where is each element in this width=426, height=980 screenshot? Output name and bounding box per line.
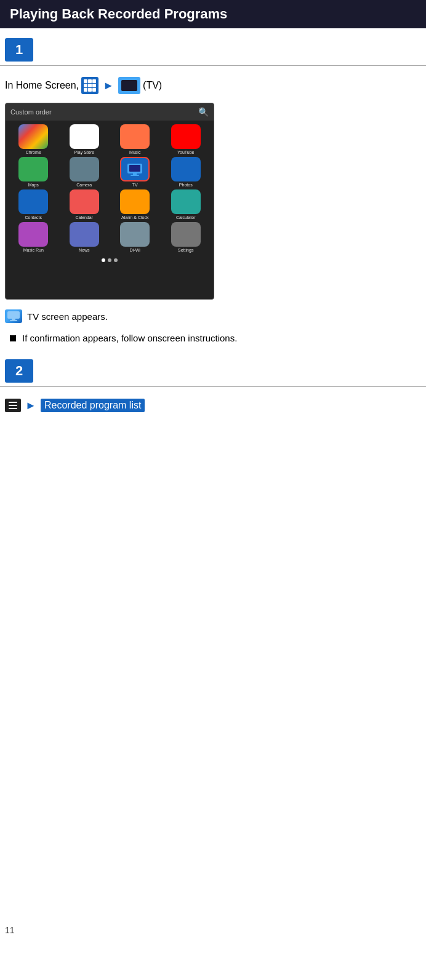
bullet-icon bbox=[10, 335, 16, 341]
app-icon-di-wi bbox=[120, 222, 150, 247]
app-item: News bbox=[60, 222, 109, 252]
app-label: Maps bbox=[28, 183, 39, 187]
screenshot-topbar-label: Custom order bbox=[10, 108, 52, 116]
app-icon-calendar bbox=[70, 189, 99, 214]
page-header: Playing Back Recorded Programs bbox=[0, 0, 426, 28]
app-item: Music bbox=[111, 124, 159, 154]
grid-icon bbox=[81, 77, 98, 94]
menu-icon bbox=[5, 399, 21, 412]
page-title: Playing Back Recorded Programs bbox=[10, 6, 227, 22]
step1-result: TV screen appears. bbox=[0, 306, 426, 327]
app-label: Calendar bbox=[76, 215, 93, 220]
app-icon-alarm-&-clock bbox=[120, 189, 150, 214]
app-icon-tv bbox=[120, 157, 150, 181]
app-label: Play Store bbox=[74, 150, 94, 154]
main-content: Playing Back Recorded Programs 1 In Home… bbox=[0, 0, 426, 947]
app-icon-news bbox=[70, 222, 99, 247]
app-label: Photos bbox=[179, 183, 193, 187]
app-icon-calculator bbox=[171, 189, 201, 214]
app-icon-settings bbox=[171, 222, 201, 247]
app-icon-music bbox=[120, 124, 150, 149]
home-screen-screenshot: Custom order 🔍 ChromePlay StoreMusicYouT… bbox=[5, 103, 214, 300]
app-label: Music Run bbox=[23, 248, 44, 252]
app-label: Alarm & Clock bbox=[121, 215, 148, 220]
app-label: Di-Wi bbox=[130, 248, 140, 252]
app-icon-youtube bbox=[171, 124, 201, 149]
app-item: Play Store bbox=[60, 124, 109, 154]
app-item: Calendar bbox=[60, 189, 109, 220]
bullet-text: If confirmation appears, follow onscreen… bbox=[22, 333, 237, 343]
step2-badge: 2 bbox=[5, 359, 33, 383]
step2-instruction: ► Recorded program list bbox=[0, 393, 426, 419]
arrow-icon: ► bbox=[101, 78, 116, 93]
bullet-note: If confirmation appears, follow onscreen… bbox=[0, 327, 426, 349]
app-icon-chrome bbox=[18, 124, 48, 149]
step2-divider bbox=[0, 386, 426, 387]
app-item: Calculator bbox=[162, 189, 211, 220]
app-item: Contacts bbox=[9, 189, 58, 220]
svg-rect-1 bbox=[129, 165, 140, 172]
app-label: YouTube bbox=[177, 150, 195, 154]
app-icon-photos bbox=[171, 157, 201, 181]
app-item: Photos bbox=[162, 157, 211, 187]
app-item: Chrome bbox=[9, 124, 58, 154]
app-item: Di-Wi bbox=[111, 222, 159, 252]
recorded-program-list-label: Recorded program list bbox=[41, 399, 145, 412]
app-label: TV bbox=[132, 183, 138, 187]
app-icon-play-store bbox=[70, 124, 99, 149]
app-icon-contacts bbox=[18, 189, 48, 214]
app-label: Camera bbox=[76, 183, 92, 187]
arrow2-icon: ► bbox=[23, 398, 38, 413]
app-label: Contacts bbox=[25, 215, 42, 220]
svg-rect-3 bbox=[131, 175, 139, 176]
app-icon-maps bbox=[18, 157, 48, 181]
step1-instruction: In Home Screen, ► (TV) bbox=[0, 72, 426, 100]
svg-rect-6 bbox=[10, 320, 17, 321]
app-item: Maps bbox=[9, 157, 58, 187]
app-icon-music-run bbox=[18, 222, 48, 247]
app-label: News bbox=[79, 248, 90, 252]
app-item: TV bbox=[111, 157, 159, 187]
step1-badge: 1 bbox=[5, 38, 33, 62]
app-item: YouTube bbox=[162, 124, 211, 154]
app-icon-camera bbox=[70, 157, 99, 181]
app-item: Camera bbox=[60, 157, 109, 187]
svg-rect-4 bbox=[7, 311, 20, 319]
app-label: Calculator bbox=[176, 215, 196, 220]
app-item: Alarm & Clock bbox=[111, 189, 159, 220]
step1-divider bbox=[0, 65, 426, 66]
page-number: 11 bbox=[5, 925, 15, 935]
app-label: Chrome bbox=[26, 150, 41, 154]
app-label: Music bbox=[129, 150, 140, 154]
app-label: Settings bbox=[178, 248, 193, 252]
result-text: TV screen appears. bbox=[27, 311, 108, 322]
app-item: Settings bbox=[162, 222, 211, 252]
screenshot-search-icon: 🔍 bbox=[198, 107, 209, 117]
screenshot-topbar: Custom order 🔍 bbox=[6, 103, 214, 121]
app-item: Music Run bbox=[9, 222, 58, 252]
app-grid: ChromePlay StoreMusicYouTubeMapsCameraTV… bbox=[6, 121, 214, 256]
result-icon bbox=[5, 309, 22, 323]
tv-icon bbox=[118, 77, 140, 94]
screenshot-dots bbox=[6, 256, 214, 265]
